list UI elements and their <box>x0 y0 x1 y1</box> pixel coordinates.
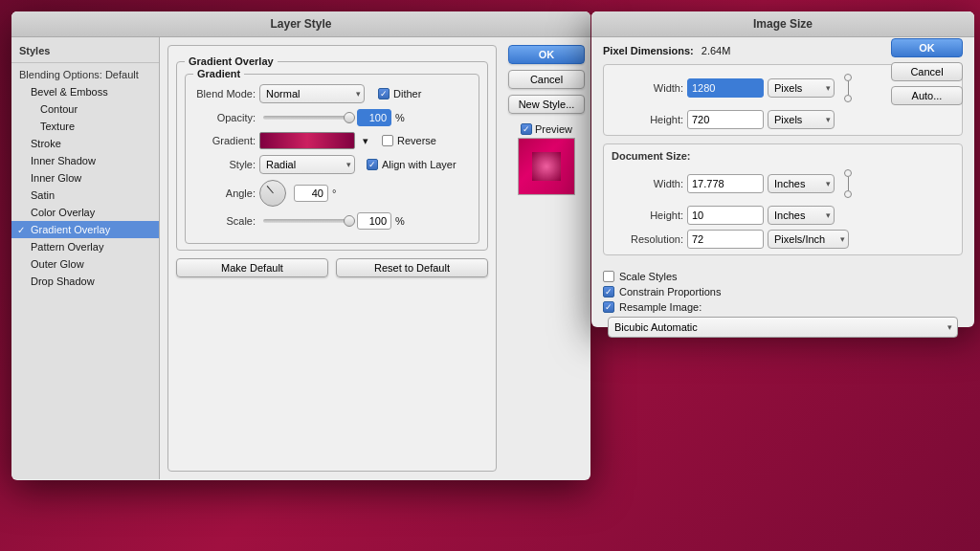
dither-checkbox-wrap: ✓ Dither <box>378 88 421 99</box>
sidebar-item-satin[interactable]: Satin <box>11 187 159 204</box>
scale-label: Scale: <box>193 215 256 227</box>
sidebar-item-stroke[interactable]: Stroke <box>11 135 159 152</box>
opacity-label: Opacity: <box>193 112 256 123</box>
blend-mode-select-wrap: Normal <box>259 84 365 103</box>
dither-label: Dither <box>393 88 421 99</box>
resolution-label: Resolution: <box>612 233 683 245</box>
doc-height-input[interactable] <box>687 206 764 225</box>
angle-input[interactable] <box>294 185 328 202</box>
style-select[interactable]: Radial <box>259 155 355 174</box>
is-auto-button[interactable]: Auto... <box>891 86 963 105</box>
align-layer-checkbox[interactable]: ✓ <box>367 159 378 170</box>
scale-styles-checkbox[interactable] <box>603 271 614 282</box>
ls-action-buttons: OK Cancel New Style... ✓ Preview <box>504 37 590 479</box>
blend-mode-label: Blend Mode: <box>193 88 256 99</box>
sidebar-item-color-overlay[interactable]: Color Overlay <box>11 204 159 221</box>
layer-style-title: Layer Style <box>11 11 590 37</box>
height-row: Height: Pixels <box>612 110 954 129</box>
resolution-row: Resolution: Pixels/Inch <box>612 230 954 249</box>
resolution-unit-select[interactable]: Pixels/Inch <box>768 230 849 249</box>
angle-label: Angle: <box>193 187 256 199</box>
sidebar-item-texture[interactable]: Texture <box>11 118 159 135</box>
style-label: Style: <box>193 159 256 170</box>
document-size-group: Document Size: Width: Inches Height: <box>603 143 963 255</box>
blend-mode-select[interactable]: Normal <box>259 84 365 103</box>
doc-height-unit-wrap: Inches <box>768 206 835 225</box>
resolution-input[interactable] <box>687 230 764 249</box>
align-layer-checkbox-wrap: ✓ Align with Layer <box>367 159 457 170</box>
gradient-preview[interactable] <box>259 132 355 149</box>
sidebar-item-contour[interactable]: Contour <box>11 100 159 118</box>
height-input[interactable] <box>687 110 764 129</box>
opacity-percent: % <box>395 112 405 123</box>
constrain-proportions-checkbox[interactable]: ✓ <box>603 286 614 298</box>
doc-size-title: Document Size: <box>612 150 954 162</box>
resample-method-select[interactable]: Bicubic Automatic Bicubic Bicubic Smooth… <box>608 317 958 338</box>
reset-to-default-button[interactable]: Reset to Default <box>336 258 488 277</box>
sidebar-item-gradient-overlay[interactable]: Gradient Overlay <box>11 221 159 238</box>
image-size-title: Image Size <box>591 11 974 37</box>
gradient-overlay-panel: Gradient Overlay Gradient Blend Mode: No… <box>167 45 497 472</box>
angle-dial[interactable] <box>259 180 286 207</box>
sidebar-item-inner-glow[interactable]: Inner Glow <box>11 169 159 187</box>
doc-chain-icon <box>840 166 856 201</box>
chain-icon <box>840 71 856 105</box>
height-label: Height: <box>612 114 683 125</box>
is-cancel-button[interactable]: Cancel <box>891 62 963 81</box>
opacity-slider[interactable] <box>263 116 349 120</box>
preview-area: ✓ Preview <box>508 123 585 195</box>
reverse-checkbox[interactable] <box>382 135 393 146</box>
constrain-proportions-row: ✓ Constrain Proportions <box>603 286 963 298</box>
resample-method-wrap: Bicubic Automatic Bicubic Bicubic Smooth… <box>608 317 958 338</box>
width-input[interactable] <box>687 78 764 98</box>
sidebar-item-blending[interactable]: Blending Options: Default <box>11 66 159 83</box>
resolution-unit-wrap: Pixels/Inch <box>768 230 849 249</box>
doc-height-label: Height: <box>612 209 683 221</box>
sidebar-item-bevel[interactable]: Bevel & Emboss <box>11 83 159 100</box>
preview-label: Preview <box>535 123 572 135</box>
angle-needle <box>266 186 273 193</box>
sidebar-item-outer-glow[interactable]: Outer Glow <box>11 255 159 273</box>
reverse-label: Reverse <box>397 135 436 146</box>
scale-styles-label: Scale Styles <box>619 271 678 282</box>
image-size-dialog: Image Size OK Cancel Auto... Pixel Dimen… <box>591 11 974 327</box>
doc-width-row: Width: Inches <box>612 166 954 201</box>
scale-thumb[interactable] <box>344 215 355 227</box>
opacity-thumb[interactable] <box>344 112 355 123</box>
new-style-button[interactable]: New Style... <box>508 95 585 114</box>
opacity-input[interactable] <box>357 109 391 126</box>
preview-checkbox[interactable]: ✓ <box>521 123 532 135</box>
angle-degree: ° <box>332 187 336 199</box>
doc-height-row: Height: Inches <box>612 206 954 225</box>
constrain-proportions-label: Constrain Proportions <box>619 286 721 298</box>
sidebar-item-drop-shadow[interactable]: Drop Shadow <box>11 273 159 290</box>
height-unit-wrap: Pixels <box>768 110 835 129</box>
is-ok-button[interactable]: OK <box>891 38 963 57</box>
doc-width-label: Width: <box>612 178 683 189</box>
width-label: Width: <box>612 82 683 94</box>
scale-input[interactable] <box>357 212 391 230</box>
sidebar-item-pattern-overlay[interactable]: Pattern Overlay <box>11 238 159 255</box>
is-action-buttons: OK Cancel Auto... <box>891 38 963 105</box>
make-default-button[interactable]: Make Default <box>176 258 328 277</box>
dither-checkbox[interactable]: ✓ <box>378 88 390 99</box>
scale-slider[interactable] <box>263 219 349 223</box>
doc-width-input[interactable] <box>687 174 764 193</box>
doc-width-unit-select[interactable]: Inches <box>768 174 835 193</box>
width-unit-select[interactable]: Pixels <box>768 78 835 98</box>
style-select-wrap: Radial <box>259 155 355 174</box>
ok-button[interactable]: OK <box>508 45 585 64</box>
sidebar-item-inner-shadow[interactable]: Inner Shadow <box>11 152 159 169</box>
doc-height-unit-select[interactable]: Inches <box>768 206 835 225</box>
preview-check-row: ✓ Preview <box>521 123 572 135</box>
gradient-label: Gradient: <box>193 135 256 146</box>
layer-style-sidebar: Styles Blending Options: Default Bevel &… <box>11 37 160 479</box>
resample-image-label: Resample Image: <box>619 301 702 313</box>
resample-image-checkbox[interactable]: ✓ <box>603 301 614 313</box>
doc-width-unit-wrap: Inches <box>768 174 835 193</box>
cancel-button[interactable]: Cancel <box>508 70 585 89</box>
height-unit-select[interactable]: Pixels <box>768 110 835 129</box>
width-unit-wrap: Pixels <box>768 78 835 98</box>
gradient-arrow[interactable]: ▾ <box>363 135 368 147</box>
styles-header: Styles <box>11 41 159 63</box>
